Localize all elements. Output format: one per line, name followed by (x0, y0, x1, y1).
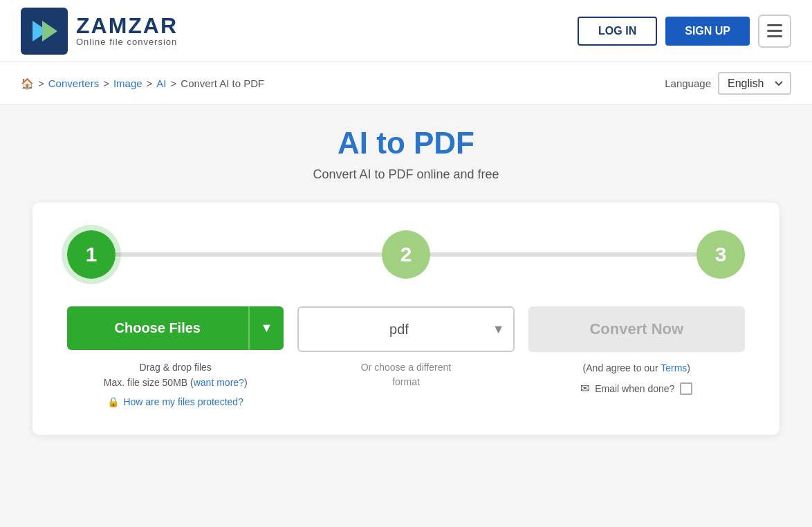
breadcrumb-current: Convert AI to PDF (181, 77, 264, 89)
sep-2: > (103, 77, 109, 89)
breadcrumb-bar: 🏠 > Converters > Image > AI > Convert AI… (0, 62, 812, 105)
steps-row: 1 2 3 (67, 230, 745, 279)
email-icon: ✉ (580, 380, 589, 398)
breadcrumb-ai[interactable]: AI (156, 77, 166, 89)
page-title: AI to PDF (33, 126, 779, 160)
choose-files-wrapper: Choose Files ▼ (67, 306, 284, 350)
logo-text: ZAMZAR Online file conversion (76, 15, 178, 47)
breadcrumb-image[interactable]: Image (113, 77, 142, 89)
logo-area: ZAMZAR Online file conversion (21, 8, 178, 55)
language-select[interactable]: English French Spanish German (718, 72, 791, 95)
format-select[interactable]: pdf png jpg svg (297, 306, 514, 352)
menu-bar-3 (767, 35, 782, 37)
format-note-line1: Or choose a different (361, 362, 451, 373)
header-actions: LOG IN SIGN UP (578, 15, 791, 48)
file-info: Drag & drop files Max. file size 50MB (w… (104, 360, 248, 391)
terms-link[interactable]: Terms (661, 362, 687, 373)
want-more-link[interactable]: want more? (194, 377, 244, 388)
format-note: Or choose a different format (361, 360, 451, 389)
logo-name: ZAMZAR (76, 15, 178, 37)
file-protect-label: How are my files protected? (123, 396, 243, 407)
actions-row: Choose Files ▼ Drag & drop files Max. fi… (67, 306, 745, 407)
format-select-wrapper: pdf png jpg svg ▼ (297, 306, 514, 352)
lock-icon: 🔒 (107, 396, 119, 407)
converter-card: 1 2 3 Choose Files ▼ Drag & drop files (33, 203, 779, 435)
logo-tagline: Online file conversion (76, 37, 178, 47)
language-label: Language (665, 77, 711, 89)
sep-4: > (171, 77, 177, 89)
menu-bar-2 (767, 30, 782, 32)
breadcrumb: 🏠 > Converters > Image > AI > Convert AI… (21, 77, 264, 90)
page-subtitle: Convert AI to PDF online and free (33, 167, 779, 182)
email-row: ✉ Email when done? (580, 380, 692, 398)
header: ZAMZAR Online file conversion LOG IN SIG… (0, 0, 812, 62)
step-3-label: 3 (715, 243, 727, 266)
col-format: pdf png jpg svg ▼ Or choose a different … (297, 306, 514, 389)
signup-button[interactable]: SIGN UP (665, 17, 750, 46)
agree-end: ) (687, 362, 690, 373)
drag-drop-text: Drag & drop files (140, 362, 212, 373)
step-3-circle: 3 (696, 230, 745, 279)
menu-button[interactable] (758, 15, 791, 48)
col-convert: Convert Now (And agree to our Terms) ✉ E… (528, 306, 745, 398)
file-protect-link[interactable]: 🔒 How are my files protected? (107, 396, 243, 407)
login-button[interactable]: LOG IN (578, 17, 657, 46)
logo-icon (21, 8, 68, 55)
sep-1: > (38, 77, 44, 89)
menu-bar-1 (767, 24, 782, 26)
main-content: AI to PDF Convert AI to PDF online and f… (19, 126, 793, 435)
step-line-2 (429, 252, 698, 257)
convert-now-button[interactable]: Convert Now (528, 306, 745, 352)
choose-files-dropdown[interactable]: ▼ (248, 306, 284, 350)
step-line-1 (114, 252, 383, 257)
agree-text: (And agree to our (583, 362, 661, 373)
step-2-circle: 2 (382, 230, 430, 279)
max-size-end: ) (244, 377, 248, 388)
format-note-line2: format (392, 376, 420, 387)
col-files: Choose Files ▼ Drag & drop files Max. fi… (67, 306, 284, 407)
step-2-label: 2 (400, 243, 412, 266)
sep-3: > (147, 77, 153, 89)
convert-info: (And agree to our Terms) ✉ Email when do… (580, 360, 692, 398)
breadcrumb-home[interactable]: 🏠 (21, 77, 34, 90)
email-checkbox[interactable] (680, 382, 692, 395)
step-1-label: 1 (86, 243, 98, 266)
choose-files-button[interactable]: Choose Files (67, 306, 248, 350)
email-label: Email when done? (595, 381, 674, 396)
max-size-text: Max. file size 50MB ( (104, 377, 194, 388)
breadcrumb-converters[interactable]: Converters (48, 77, 99, 89)
step-1-circle: 1 (67, 230, 116, 279)
language-area: Language English French Spanish German (665, 72, 791, 95)
